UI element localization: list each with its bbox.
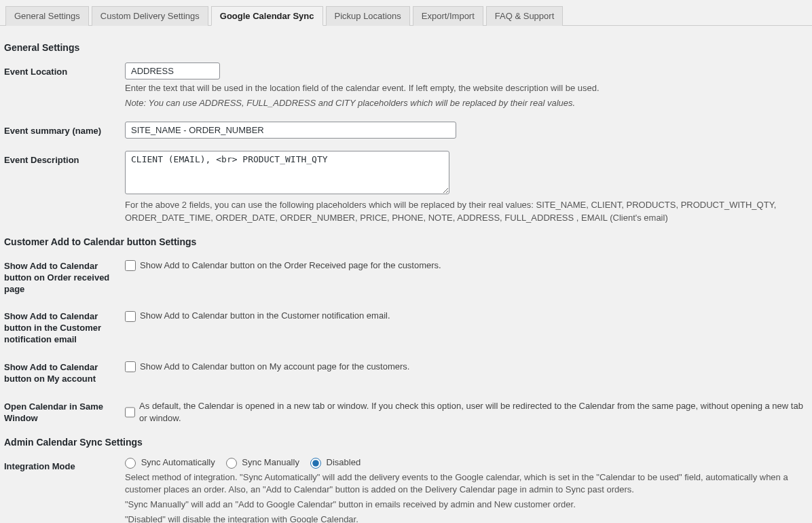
section-admin-sync-settings: Admin Calendar Sync Settings — [4, 437, 808, 448]
text-show-in-email: Show Add to Calendar button in the Custo… — [140, 310, 390, 322]
label-event-description: Event Description — [4, 151, 125, 166]
text-open-same-window: As default, the Calendar is opened in a … — [139, 400, 808, 425]
tab-export-import[interactable]: Export/Import — [413, 6, 483, 26]
radio-wrap-auto[interactable]: Sync Automatically — [125, 457, 215, 469]
radio-wrap-manual[interactable]: Sync Manually — [226, 457, 299, 469]
label-event-summary: Event summary (name) — [4, 122, 125, 137]
checkbox-show-my-account[interactable] — [125, 361, 136, 372]
row-show-in-email: Show Add to Calendar button in the Custo… — [4, 307, 808, 346]
label-integration-mode: Integration Mode — [4, 457, 125, 473]
radio-sync-auto[interactable] — [125, 458, 136, 469]
help-event-description: For the above 2 fields, you can use the … — [125, 199, 808, 223]
tab-panel: General Settings Event Location Enter th… — [0, 26, 812, 523]
row-event-location: Event Location Enter the text that will … — [4, 62, 808, 109]
radio-label-auto: Sync Automatically — [141, 457, 215, 467]
radio-wrap-disabled[interactable]: Disabled — [310, 457, 361, 469]
help-integration-3: "Disabled" will disable the integration … — [125, 513, 808, 523]
radio-disabled[interactable] — [310, 458, 321, 469]
tab-general-settings[interactable]: General Settings — [5, 6, 89, 26]
tab-pickup-locations[interactable]: Pickup Locations — [326, 6, 410, 26]
row-event-summary: Event summary (name) — [4, 122, 808, 139]
textarea-event-description[interactable]: CLIENT (EMAIL), <br> PRODUCT_WITH_QTY — [125, 151, 449, 194]
checkbox-show-order-received[interactable] — [125, 260, 136, 271]
help-integration-1: Select method of integration. "Sync Auto… — [125, 471, 808, 496]
tab-custom-delivery-settings[interactable]: Custom Delivery Settings — [92, 6, 208, 26]
tab-google-calendar-sync[interactable]: Google Calendar Sync — [211, 6, 323, 26]
row-event-description: Event Description CLIENT (EMAIL), <br> P… — [4, 151, 808, 223]
text-show-order-received: Show Add to Calendar button on the Order… — [140, 259, 441, 272]
row-show-order-received: Show Add to Calendar button on Order rec… — [4, 257, 808, 295]
label-show-my-account: Show Add to Calendar button on My accoun… — [4, 358, 125, 385]
note-event-location: Note: You can use ADDRESS, FULL_ADDRESS … — [125, 98, 575, 108]
label-event-location: Event Location — [4, 62, 125, 78]
section-customer-button-settings: Customer Add to Calendar button Settings — [4, 236, 808, 247]
label-open-same-window: Open Calendar in Same Window — [4, 397, 125, 425]
radio-label-disabled: Disabled — [327, 457, 361, 467]
label-show-in-email: Show Add to Calendar button in the Custo… — [4, 307, 125, 346]
section-general-settings: General Settings — [4, 42, 808, 53]
checkbox-show-in-email[interactable] — [125, 311, 136, 322]
checkbox-open-same-window[interactable] — [125, 407, 135, 418]
row-show-my-account: Show Add to Calendar button on My accoun… — [4, 358, 808, 385]
text-show-my-account: Show Add to Calendar button on My accoun… — [140, 361, 409, 373]
tab-faq-support[interactable]: FAQ & Support — [486, 6, 563, 26]
help-integration-2: "Sync Manually" will add an "Add to Goog… — [125, 499, 808, 511]
input-event-summary[interactable] — [125, 122, 456, 139]
help-event-location: Enter the text that will be used in the … — [125, 82, 808, 94]
row-integration-mode: Integration Mode Sync Automatically Sync… — [4, 457, 808, 523]
row-open-same-window: Open Calendar in Same Window As default,… — [4, 397, 808, 425]
radio-sync-manual[interactable] — [226, 458, 237, 469]
settings-tabs: General Settings Custom Delivery Setting… — [0, 5, 812, 26]
radio-label-manual: Sync Manually — [242, 457, 299, 467]
input-event-location[interactable] — [125, 62, 220, 79]
label-show-order-received: Show Add to Calendar button on Order rec… — [4, 257, 125, 295]
